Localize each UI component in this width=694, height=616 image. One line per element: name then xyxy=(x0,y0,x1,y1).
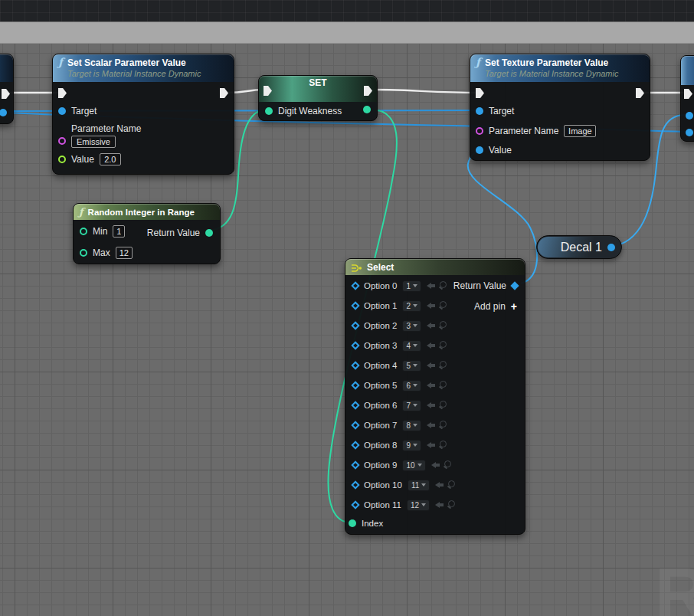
node-set-scalar-parameter-value[interactable]: ƒ Set Scalar Parameter Value Target is M… xyxy=(52,54,234,175)
parameter-name-pin[interactable] xyxy=(476,127,483,135)
reset-to-default-icon[interactable] xyxy=(427,323,435,329)
object-input-pin-2[interactable] xyxy=(686,129,693,136)
browse-icon[interactable] xyxy=(447,480,456,490)
option-1-pin[interactable] xyxy=(351,301,359,310)
reset-to-default-icon[interactable] xyxy=(427,303,435,310)
add-pin-plus-icon[interactable]: + xyxy=(511,300,517,313)
browse-icon[interactable] xyxy=(438,401,447,410)
node-left-header[interactable] xyxy=(0,54,13,82)
option-10-dropdown[interactable]: 11 xyxy=(408,480,430,491)
node-select[interactable]: Select Option 0 1 Option 1 2 Option 2 3 xyxy=(345,258,525,535)
option-9-pin[interactable] xyxy=(351,460,359,469)
max-input[interactable] xyxy=(116,247,133,259)
exec-input-pin[interactable] xyxy=(476,88,484,98)
reset-to-default-icon[interactable] xyxy=(427,442,435,449)
value-pin[interactable] xyxy=(476,146,483,154)
index-pin-label: Index xyxy=(362,519,383,528)
value-pin[interactable] xyxy=(58,156,66,163)
parameter-name-pin[interactable] xyxy=(58,137,66,145)
target-pin[interactable] xyxy=(476,107,483,115)
option-3-pin[interactable] xyxy=(351,341,359,349)
reset-to-default-icon[interactable] xyxy=(427,382,435,389)
node-get-decal-1[interactable]: Decal 1 xyxy=(536,235,622,259)
option-9-dropdown[interactable]: 10 xyxy=(402,460,425,471)
option-5-pin[interactable] xyxy=(351,381,359,389)
option-5-dropdown[interactable]: 6 xyxy=(402,380,421,392)
decal-output-pin[interactable] xyxy=(607,244,615,251)
reset-to-default-icon[interactable] xyxy=(427,402,435,409)
option-2-dropdown[interactable]: 3 xyxy=(402,320,421,332)
node-set-digit-weakness[interactable]: SET Digit Weakness xyxy=(258,75,378,121)
browse-icon[interactable] xyxy=(443,460,452,470)
option-6-dropdown[interactable]: 7 xyxy=(402,400,421,411)
browse-icon[interactable] xyxy=(438,281,447,290)
browse-icon[interactable] xyxy=(438,321,447,330)
node-header[interactable]: ƒ Set Scalar Parameter Value Target is M… xyxy=(53,54,234,82)
node-set-texture-parameter-value[interactable]: ƒ Set Texture Parameter Value Target is … xyxy=(470,54,650,161)
exec-input-pin[interactable] xyxy=(58,88,67,98)
node-header[interactable]: ƒ Random Integer in Range xyxy=(74,204,220,220)
option-6-pin[interactable] xyxy=(351,401,359,409)
chevron-down-icon xyxy=(417,464,422,467)
node-title: Select xyxy=(367,262,394,273)
option-row-9: Option 9 10 xyxy=(345,455,525,475)
option-10-pin[interactable] xyxy=(351,480,359,489)
option-row-7: Option 7 8 xyxy=(345,415,525,435)
min-pin-label: Min xyxy=(93,226,107,237)
option-4-pin[interactable] xyxy=(351,361,359,369)
option-8-pin[interactable] xyxy=(351,441,359,449)
parameter-name-input[interactable] xyxy=(564,125,596,137)
node-right-partial[interactable] xyxy=(680,55,694,142)
reset-to-default-icon[interactable] xyxy=(427,342,435,349)
index-pin[interactable] xyxy=(349,519,356,527)
value-input[interactable] xyxy=(100,153,121,165)
browse-icon[interactable] xyxy=(447,500,456,510)
exec-input-pin[interactable] xyxy=(684,89,692,99)
return-value-pin[interactable] xyxy=(205,229,213,237)
min-pin[interactable] xyxy=(80,228,87,235)
target-pin[interactable] xyxy=(58,107,66,115)
option-3-dropdown[interactable]: 4 xyxy=(402,340,421,352)
node-header[interactable]: Select xyxy=(345,259,525,275)
reset-to-default-icon[interactable] xyxy=(427,362,435,369)
option-0-pin[interactable] xyxy=(351,281,359,290)
node-left-partial[interactable] xyxy=(0,54,14,124)
reset-to-default-icon[interactable] xyxy=(431,462,440,469)
chevron-down-icon xyxy=(413,424,417,427)
option-11-pin[interactable] xyxy=(351,500,359,509)
variable-output-pin[interactable] xyxy=(363,106,371,113)
option-row-10: Option 10 11 xyxy=(345,475,525,495)
browse-icon[interactable] xyxy=(438,301,447,310)
node-random-integer-in-range[interactable]: ƒ Random Integer in Range Min Max Return… xyxy=(73,203,221,264)
parameter-name-input[interactable] xyxy=(71,136,116,148)
option-4-dropdown[interactable]: 5 xyxy=(402,360,421,372)
exec-output-pin[interactable] xyxy=(220,88,228,98)
reset-to-default-icon[interactable] xyxy=(427,283,435,290)
variable-input-pin[interactable] xyxy=(265,107,273,115)
browse-icon[interactable] xyxy=(438,441,447,450)
return-value-pin[interactable] xyxy=(510,281,519,290)
option-0-dropdown[interactable]: 1 xyxy=(402,280,421,292)
browse-icon[interactable] xyxy=(438,341,447,350)
browse-icon[interactable] xyxy=(438,381,447,390)
option-11-dropdown[interactable]: 12 xyxy=(407,500,430,511)
max-pin[interactable] xyxy=(80,249,87,257)
reset-to-default-icon[interactable] xyxy=(435,482,444,489)
browse-icon[interactable] xyxy=(438,361,447,370)
object-input-pin-1[interactable] xyxy=(686,112,693,120)
browse-icon[interactable] xyxy=(438,421,447,430)
node-header[interactable]: ƒ Set Texture Parameter Value Target is … xyxy=(470,54,650,82)
option-2-pin[interactable] xyxy=(351,321,359,329)
reset-to-default-icon[interactable] xyxy=(435,502,444,509)
node-right-header[interactable] xyxy=(681,56,694,85)
comment-title-bar[interactable] xyxy=(0,21,694,44)
option-1-dropdown[interactable]: 2 xyxy=(402,300,421,312)
exec-output-pin[interactable] xyxy=(636,88,644,98)
min-input[interactable] xyxy=(113,225,125,238)
exec-output-pin[interactable] xyxy=(2,89,10,99)
option-8-dropdown[interactable]: 9 xyxy=(402,440,421,451)
reset-to-default-icon[interactable] xyxy=(427,422,435,429)
option-7-pin[interactable] xyxy=(351,421,359,429)
object-output-pin[interactable] xyxy=(0,109,7,116)
option-7-dropdown[interactable]: 8 xyxy=(402,420,421,431)
